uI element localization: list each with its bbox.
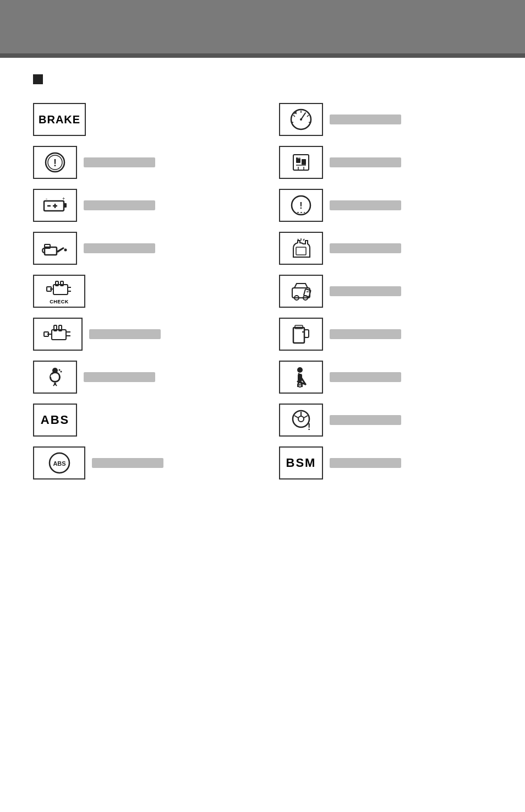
oil-box xyxy=(33,232,77,265)
list-item xyxy=(279,146,492,179)
seatbelt-icon xyxy=(289,365,313,389)
seatbelt-warning-box: ! xyxy=(279,189,323,222)
abs-circle-icon: ABS xyxy=(45,451,74,475)
svg-line-5 xyxy=(293,115,295,117)
tire-pressure-box: ! xyxy=(279,404,323,437)
svg-point-75 xyxy=(298,416,304,422)
list-item: CHECK xyxy=(33,275,246,308)
list-item xyxy=(279,275,492,308)
brake-icon: BRAKE xyxy=(39,113,80,126)
list-item: ! xyxy=(279,189,492,222)
svg-line-77 xyxy=(294,416,298,418)
engine-check2-box xyxy=(279,232,323,265)
abs-icon: ABS xyxy=(41,413,69,427)
seatbelt-label-bar xyxy=(330,372,401,382)
svg-point-31 xyxy=(64,249,67,252)
transmission-box xyxy=(279,146,323,179)
indicators-grid: BRAKE xyxy=(33,103,492,479)
list-item: BSM xyxy=(279,446,492,479)
exclamation-circle-icon: ! xyxy=(43,150,67,175)
svg-rect-55 xyxy=(293,328,304,343)
airbag-label-bar xyxy=(84,372,155,382)
svg-point-64 xyxy=(59,369,61,371)
engine-check-box: CHECK xyxy=(33,275,85,308)
airbag-box xyxy=(33,361,77,394)
svg-line-63 xyxy=(55,384,57,386)
list-item xyxy=(33,361,246,394)
battery-icon: - + xyxy=(41,193,69,217)
seatbelt-warning-label-bar xyxy=(330,200,401,210)
transmission-icon xyxy=(289,150,313,175)
seatbelt-warning-icon: ! xyxy=(289,193,313,217)
svg-line-4 xyxy=(307,115,309,117)
svg-point-66 xyxy=(297,367,303,373)
fuel-icon xyxy=(289,322,313,346)
list-item xyxy=(279,103,492,136)
list-item xyxy=(33,318,246,351)
svg-rect-32 xyxy=(296,247,306,255)
section-bullet xyxy=(33,74,492,97)
battery-label-bar xyxy=(84,200,155,210)
abs-circle-label-bar xyxy=(92,458,163,468)
svg-point-71 xyxy=(299,384,301,386)
abs-indicator-box: ABS xyxy=(33,404,77,437)
engine-icon-with-check xyxy=(46,279,73,299)
list-item: BRAKE xyxy=(33,103,246,136)
bsm-indicator-box: BSM xyxy=(279,446,323,479)
open-door-box xyxy=(279,275,323,308)
engine-label-bar xyxy=(89,329,161,339)
exclamation-circle-box: ! xyxy=(33,146,77,179)
speedometer-label-bar xyxy=(330,115,401,124)
list-item: ! xyxy=(279,404,492,437)
list-item: ABS xyxy=(33,404,246,437)
exclamation-label-bar xyxy=(84,157,155,167)
list-item xyxy=(279,318,492,351)
svg-line-34 xyxy=(303,239,304,241)
svg-line-78 xyxy=(304,416,308,418)
svg-line-6 xyxy=(291,122,293,123)
tire-pressure-label-bar xyxy=(330,415,401,425)
engine-check2-icon xyxy=(288,236,314,260)
svg-point-65 xyxy=(61,371,62,373)
oil-label-bar xyxy=(84,243,155,253)
svg-point-60 xyxy=(50,372,60,382)
open-door-label-bar xyxy=(330,286,401,296)
speedometer-indicator-box xyxy=(279,103,323,136)
bsm-icon: BSM xyxy=(286,456,316,470)
tire-pressure-icon: ! xyxy=(289,408,313,432)
brake-indicator-box: BRAKE xyxy=(33,103,86,136)
engine-box xyxy=(33,318,83,351)
list-item: - + xyxy=(33,189,246,222)
transmission-label-bar xyxy=(330,157,401,167)
list-item: ! xyxy=(33,146,246,179)
airbag-icon xyxy=(43,365,67,389)
abs-circle-box: ABS xyxy=(33,446,85,479)
svg-rect-15 xyxy=(302,159,306,165)
svg-text:ABS: ABS xyxy=(53,460,65,467)
oil-icon xyxy=(41,236,69,260)
fuel-label-bar xyxy=(330,329,401,339)
svg-point-2 xyxy=(300,118,302,121)
list-item xyxy=(279,232,492,265)
bsm-label-bar xyxy=(330,458,401,468)
fuel-box xyxy=(279,318,323,351)
open-door-icon xyxy=(289,279,313,303)
svg-line-1 xyxy=(301,113,305,119)
svg-rect-13 xyxy=(293,155,309,170)
speedometer-icon xyxy=(289,107,313,132)
seatbelt-box xyxy=(279,361,323,394)
svg-text:!: ! xyxy=(299,201,302,210)
engine-check2-label-bar xyxy=(330,243,401,253)
content-area: BRAKE xyxy=(0,58,525,496)
header-bar xyxy=(0,0,525,58)
engine-only-icon xyxy=(43,322,73,346)
check-text: CHECK xyxy=(50,299,69,305)
battery-box: - + xyxy=(33,189,77,222)
list-item xyxy=(279,361,492,394)
svg-rect-20 xyxy=(64,203,67,208)
svg-text:!: ! xyxy=(53,157,57,168)
list-item: ABS xyxy=(33,446,246,479)
list-item xyxy=(33,232,246,265)
svg-text:+: + xyxy=(62,196,65,201)
svg-line-7 xyxy=(309,122,311,123)
